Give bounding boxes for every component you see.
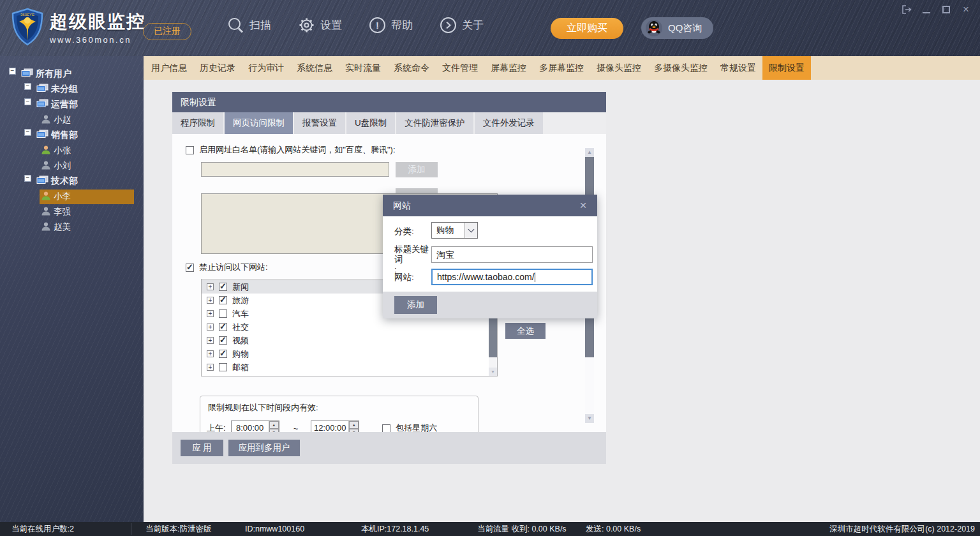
- tree-item[interactable]: − 销售部: [0, 128, 144, 143]
- header-nav-item[interactable]: 扫描: [227, 17, 271, 34]
- scroll-up-icon[interactable]: ▲: [585, 148, 594, 157]
- expand-icon[interactable]: +: [207, 310, 214, 317]
- tree-item[interactable]: − 未分组: [0, 82, 144, 97]
- spin-down-icon[interactable]: ▼: [269, 429, 279, 432]
- tree-item[interactable]: 赵美: [0, 220, 144, 235]
- spin-down-icon[interactable]: ▼: [349, 429, 359, 432]
- main-tab[interactable]: 用户信息: [145, 56, 193, 80]
- sidebar: − 所有用户 −: [0, 56, 144, 522]
- statusbar-divider: [131, 523, 131, 535]
- category-row[interactable]: +: [202, 374, 489, 376]
- spin-up-icon[interactable]: ▲: [269, 421, 279, 429]
- spin-up-icon[interactable]: ▲: [349, 421, 359, 429]
- sub-tab[interactable]: U盘限制: [346, 112, 395, 134]
- collapse-icon[interactable]: −: [24, 175, 31, 182]
- end-time-spinner[interactable]: 12:00:00 ▲▼: [311, 421, 359, 432]
- select-all-button[interactable]: 全选: [505, 323, 546, 339]
- main-tab[interactable]: 多摄像头监控: [648, 56, 714, 80]
- collapse-icon[interactable]: −: [24, 83, 31, 90]
- start-time-spinner[interactable]: 8:00:00 ▲▼: [231, 421, 279, 432]
- expand-icon[interactable]: +: [207, 297, 214, 304]
- category-checkbox[interactable]: [219, 363, 227, 371]
- header-nav-item[interactable]: ! 帮助: [369, 17, 413, 34]
- expand-icon[interactable]: +: [207, 350, 214, 357]
- main-tab[interactable]: 常规设置: [714, 56, 762, 80]
- url-input[interactable]: https://www.taobao.com/: [431, 269, 593, 285]
- dialog-close-icon[interactable]: ×: [575, 195, 591, 216]
- scroll-down-icon[interactable]: ▼: [489, 368, 497, 376]
- main-tab[interactable]: 屏幕监控: [484, 56, 533, 80]
- dropdown-arrow-icon[interactable]: [464, 223, 477, 238]
- tree-item[interactable]: 小张: [0, 143, 144, 158]
- header-nav-item[interactable]: 关于: [440, 17, 484, 34]
- tree-item[interactable]: − 技术部: [0, 174, 144, 189]
- category-row[interactable]: + 邮箱: [202, 361, 489, 374]
- apply-button[interactable]: 应 用: [181, 440, 223, 456]
- main-tab[interactable]: 系统信息: [290, 56, 339, 80]
- keyword-input[interactable]: 淘宝: [431, 246, 593, 263]
- category-checkbox[interactable]: [219, 336, 227, 345]
- main-tab[interactable]: 摄像头监控: [590, 56, 648, 80]
- minimize-button[interactable]: [921, 4, 932, 15]
- tree-item[interactable]: − 运营部: [0, 97, 144, 112]
- whitelist-checkbox[interactable]: [186, 146, 194, 154]
- logout-icon[interactable]: [902, 4, 912, 15]
- whitelist-add-button[interactable]: 添加: [396, 162, 438, 177]
- expand-icon[interactable]: +: [207, 364, 214, 371]
- main-tab[interactable]: 限制设置: [762, 56, 811, 80]
- category-row[interactable]: + 视频: [202, 334, 489, 347]
- sub-tab[interactable]: 文件外发记录: [475, 112, 543, 134]
- header-nav-item[interactable]: 设置: [298, 17, 342, 34]
- tree-item[interactable]: 小刘: [0, 158, 144, 174]
- collapse-icon[interactable]: −: [24, 98, 31, 105]
- main-tab[interactable]: 行为审计: [242, 56, 290, 80]
- category-checkbox[interactable]: [219, 309, 227, 318]
- sub-tab[interactable]: 程序限制: [172, 112, 223, 134]
- dialog-add-button[interactable]: 添加: [394, 296, 437, 314]
- category-field-label: 分类:: [394, 227, 414, 237]
- close-button[interactable]: ×: [961, 4, 971, 15]
- saturday-checkbox[interactable]: [382, 424, 390, 433]
- header: 360EYE 超级眼监控 www.360mon.cn 已注册 扫描 设置: [0, 0, 980, 56]
- tree-item-label: 小张: [54, 145, 71, 156]
- sub-tab-bar: 程序限制 网页访问限制 报警设置 U盘限制 文件防泄密保护 文件外发记录: [172, 112, 606, 134]
- maximize-button[interactable]: [941, 4, 951, 15]
- buy-now-button[interactable]: 立即购买: [551, 18, 623, 39]
- main-tab[interactable]: 实时流量: [339, 56, 387, 80]
- category-row[interactable]: + 购物: [202, 347, 489, 361]
- category-checkbox[interactable]: [219, 350, 227, 358]
- sub-tab[interactable]: 文件防泄密保护: [396, 112, 473, 134]
- category-dropdown[interactable]: 购物: [431, 222, 478, 239]
- range-separator: ~: [293, 424, 299, 433]
- saturday-label: 包括星期六: [396, 422, 437, 432]
- version-info: 当前版本:防泄密版: [145, 522, 211, 536]
- sub-tab[interactable]: 报警设置: [294, 112, 345, 134]
- tree-item[interactable]: − 所有用户: [0, 66, 144, 82]
- blacklist-checkbox[interactable]: [186, 264, 194, 272]
- category-checkbox[interactable]: [219, 323, 227, 331]
- collapse-icon[interactable]: −: [9, 68, 16, 75]
- main-tab[interactable]: 文件管理: [436, 56, 484, 80]
- category-row[interactable]: + 社交: [202, 320, 489, 334]
- category-checkbox[interactable]: [219, 296, 227, 304]
- main-tab[interactable]: 多屏幕监控: [533, 56, 590, 80]
- tree-item[interactable]: 李强: [0, 204, 144, 220]
- apply-multi-user-button[interactable]: 应用到多用户: [228, 440, 300, 456]
- main-tab[interactable]: 历史记录: [193, 56, 242, 80]
- expand-icon[interactable]: +: [207, 337, 214, 344]
- traffic-sent: 发送: 0.00 KB/s: [586, 522, 641, 536]
- tree-item[interactable]: 小赵: [0, 112, 144, 128]
- main-tab[interactable]: 系统命令: [387, 56, 436, 80]
- sub-tab[interactable]: 网页访问限制: [225, 112, 293, 134]
- app-window: 360EYE 超级眼监控 www.360mon.cn 已注册 扫描 设置: [0, 0, 980, 536]
- category-checkbox[interactable]: [219, 283, 227, 291]
- keyword-field-label: 标题关键词 :: [394, 244, 434, 275]
- scroll-down-icon[interactable]: ▼: [585, 414, 594, 423]
- user-icon: [41, 160, 51, 172]
- tree-item[interactable]: 小李: [0, 189, 144, 204]
- expand-icon[interactable]: +: [207, 283, 214, 290]
- expand-icon[interactable]: +: [207, 324, 214, 331]
- collapse-icon[interactable]: −: [24, 129, 31, 136]
- whitelist-input[interactable]: [201, 162, 389, 177]
- qq-consult-button[interactable]: QQ咨询: [641, 17, 713, 39]
